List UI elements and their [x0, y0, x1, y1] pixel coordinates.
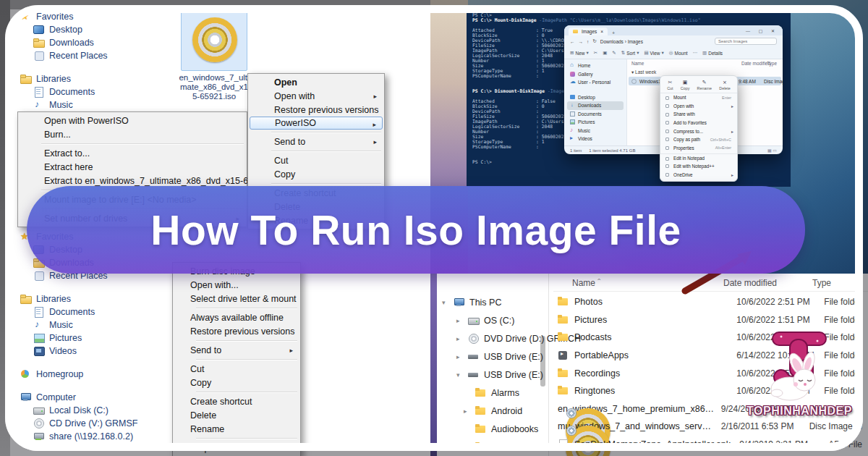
breadcrumb[interactable]: Downloads › Images [600, 39, 643, 44]
tree-item[interactable]: Alarms [441, 384, 542, 402]
quick-action-button[interactable]: ✎ Rename [697, 80, 712, 90]
sidebar-item[interactable]: Home [567, 62, 624, 70]
back-icon[interactable]: ← [570, 39, 575, 44]
quick-action-button[interactable]: ✂ Cut [667, 80, 673, 90]
details-button[interactable]: ▥Details [702, 50, 723, 56]
sidebar-item[interactable]: Music [567, 127, 624, 135]
rename-icon[interactable]: ✎ [612, 50, 616, 56]
file-row[interactable]: SanDiskMemoryZone_AppInstaller.apk 9/4/2… [555, 436, 862, 454]
sidebar-item[interactable]: Documents [20, 305, 137, 318]
sidebar-item[interactable]: Libraries [20, 292, 137, 305]
menu-item[interactable]: Open ▸ [250, 75, 383, 89]
menu-item[interactable]: Rename ▸ [174, 422, 299, 436]
iso-file-tile[interactable] [181, 9, 247, 71]
menu-item[interactable]: OneDrive ▸ [660, 170, 737, 179]
tree-item[interactable]: ▸ Android [441, 402, 542, 420]
tree-item[interactable]: ▸ USB Drive (E:) [441, 347, 542, 366]
sidebar-item[interactable]: Computer [20, 391, 137, 404]
menu-item[interactable]: Open with PowerISO ▸ [20, 114, 245, 127]
menu-item[interactable]: Delete ▸ [174, 408, 299, 422]
forward-icon[interactable]: → [579, 39, 584, 44]
sidebar-item[interactable]: Local Disk (C:) [20, 404, 137, 417]
column-header-type[interactable]: Type [812, 278, 831, 288]
menu-item[interactable]: Restore previous versions ▸ [250, 103, 383, 117]
close-tab-icon[interactable]: × [600, 29, 603, 34]
menu-item[interactable]: Send to ▸ [174, 343, 299, 357]
window-controls-icons[interactable]: — ▢ ✕ [746, 28, 778, 33]
new-tab-icon[interactable]: + [612, 30, 615, 35]
menu-item[interactable]: Restore previous versions ▸ [174, 324, 299, 338]
menu-item[interactable]: Always available offline ▸ [174, 311, 299, 324]
refresh-icon[interactable]: ↻ [592, 38, 596, 44]
sidebar-item[interactable]: Desktop [20, 23, 108, 36]
menu-item[interactable]: Copy as path Ctrl+Shift+C ▸ [660, 135, 737, 144]
menu-item[interactable]: Mount Enter ▸ [660, 93, 737, 102]
quick-action-button[interactable]: ⨯ Delete [719, 80, 731, 90]
sidebar-item[interactable]: Videos [20, 345, 137, 358]
sidebar-item[interactable]: Downloads [567, 101, 624, 110]
menu-item[interactable]: Edit in Notepad ▸ [660, 153, 737, 162]
chevron-icon[interactable]: ▾ [442, 299, 449, 306]
iso-file-name[interactable]: en_windows_7_ultimate_x86_dvd_x15-65921.… [178, 73, 250, 101]
menu-item[interactable]: Compress to... ▸ [660, 127, 737, 135]
new-button[interactable]: ⊞New▾ [570, 50, 589, 56]
column-headers[interactable]: Name Date modified Type [631, 61, 783, 66]
view-mode-icons[interactable]: ▦ ▭ [767, 148, 777, 153]
chevron-icon[interactable]: ▸ [456, 335, 464, 342]
menu-item[interactable]: Cut ▸ [250, 153, 383, 167]
sidebar-item[interactable]: Videos [567, 135, 624, 143]
menu-item[interactable]: Send to ▸ [250, 135, 383, 148]
menu-item[interactable]: Copy ▸ [250, 167, 383, 181]
sidebar-item[interactable]: User - Personal [567, 78, 624, 87]
file-row[interactable]: mu_windows_7_and_windows_server_2008_r2_… [555, 418, 862, 436]
menu-item[interactable]: Properties Alt+Enter ▸ [660, 144, 737, 153]
menu-item[interactable]: Open with ▸ [660, 102, 737, 111]
tree-item[interactable]: ▸ DVD Drive (D:) GRMCH [441, 329, 542, 347]
tree-item[interactable]: ▾ This PC [441, 293, 542, 311]
sidebar-item[interactable]: CD Drive (V:) GRMSF [20, 417, 137, 430]
sidebar-item[interactable]: share (\\192.168.0.2) [20, 430, 137, 443]
sidebar-item[interactable]: Gallery [567, 70, 624, 79]
chevron-icon[interactable]: ▸ [464, 408, 471, 415]
sidebar-item[interactable]: Documents [20, 85, 108, 98]
tree-item[interactable]: ▾ USB Drive (E:) [441, 366, 542, 384]
sidebar-item[interactable]: Music [20, 98, 108, 111]
menu-item[interactable]: Edit with Notepad++ ▸ [660, 162, 737, 171]
mount-button[interactable]: ◎Mount [669, 50, 688, 56]
quick-action-button[interactable]: ▣ Copy [681, 80, 690, 90]
menu-item[interactable]: Open with... ▸ [174, 278, 299, 292]
sidebar-item[interactable]: Downloads [20, 36, 108, 49]
copy-icon[interactable]: ▣ [603, 50, 607, 56]
menu-item[interactable]: Copy ▸ [174, 376, 299, 389]
more-button[interactable]: ⋯ [693, 50, 698, 56]
tree-item[interactable]: ▸ OS (C:) [441, 311, 542, 329]
menu-item[interactable]: Burn... ▸ [20, 127, 245, 141]
sidebar-item[interactable]: Favorites [20, 10, 108, 23]
sidebar-item[interactable]: Libraries [20, 72, 108, 85]
menu-item[interactable]: Share with ▸ [660, 110, 737, 119]
tab-images[interactable]: Images × [569, 28, 608, 35]
sidebar-item[interactable]: Pictures [567, 118, 624, 127]
menu-item[interactable]: Extract here ▸ [20, 160, 245, 174]
view-button[interactable]: ▤View▾ [644, 50, 663, 56]
menu-item[interactable]: Extract to... ▸ [20, 146, 245, 160]
sidebar-item[interactable]: Documents [567, 110, 624, 119]
chevron-icon[interactable]: ▾ [456, 371, 464, 379]
column-header-name[interactable]: Name ˆ [572, 278, 600, 288]
sidebar-item[interactable]: Pictures [20, 332, 137, 345]
sort-button[interactable]: ⇅Sort▾ [621, 50, 639, 56]
chevron-icon[interactable]: ▸ [456, 353, 464, 360]
cut-icon[interactable]: ✂ [594, 50, 597, 56]
sidebar-item[interactable]: Homegroup [20, 368, 137, 381]
tree-item[interactable]: Audiobooks [441, 420, 542, 438]
chevron-icon[interactable]: ▸ [456, 317, 464, 324]
menu-item[interactable]: Open with ▸ [250, 89, 383, 103]
menu-item[interactable]: Add to Favorites ▸ [660, 119, 737, 127]
menu-item[interactable]: Create shortcut ▸ [174, 394, 299, 408]
tree-item[interactable]: DCIM [441, 438, 542, 456]
menu-item[interactable]: PowerISO ▸ [250, 117, 383, 130]
sidebar-item[interactable]: Music [20, 318, 137, 332]
menu-item[interactable]: Cut ▸ [174, 362, 299, 376]
sidebar-item[interactable]: Recent Places [20, 49, 108, 62]
search-input[interactable] [715, 38, 777, 45]
